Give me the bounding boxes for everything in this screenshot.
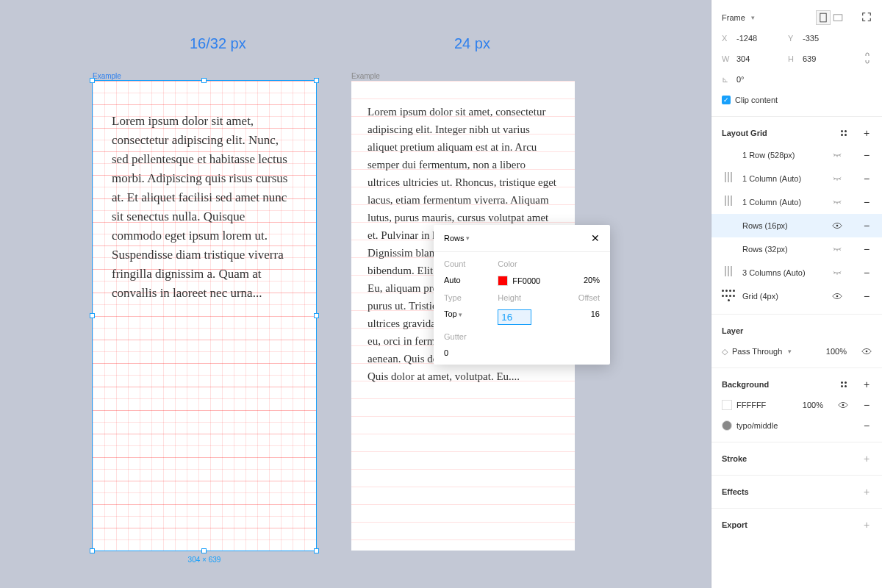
rotation-input[interactable]: 0° bbox=[736, 75, 745, 84]
add-effect-button[interactable] bbox=[861, 487, 872, 497]
style-name[interactable]: typo/middle bbox=[736, 421, 778, 430]
constrain-proportions-icon[interactable] bbox=[863, 52, 872, 65]
resize-handle[interactable] bbox=[201, 78, 207, 83]
remove-style-button[interactable] bbox=[861, 420, 872, 431]
grid-styles-icon[interactable] bbox=[841, 130, 847, 136]
grid-title-left: 16/32 px bbox=[190, 35, 246, 52]
svg-point-5 bbox=[842, 404, 845, 406]
add-export-button[interactable] bbox=[861, 520, 872, 530]
blend-mode-dropdown[interactable]: Pass Through bbox=[732, 347, 782, 356]
bg-styles-icon[interactable] bbox=[841, 381, 847, 387]
bg-swatch[interactable] bbox=[722, 400, 732, 410]
layer-title: Layer bbox=[722, 326, 743, 335]
frame-label-1[interactable]: Example bbox=[93, 72, 121, 80]
close-icon[interactable]: ✕ bbox=[591, 232, 600, 244]
add-grid-button[interactable] bbox=[861, 128, 872, 138]
resize-handle[interactable] bbox=[90, 313, 95, 318]
remove-grid-button[interactable] bbox=[861, 220, 872, 231]
eye-closed-icon[interactable] bbox=[832, 268, 842, 278]
eye-closed-icon[interactable] bbox=[832, 244, 842, 254]
clip-content-checkbox[interactable]: ✓ bbox=[722, 96, 731, 104]
layout-grid-item[interactable]: 1 Row (528px) bbox=[711, 143, 882, 167]
frame-orientation bbox=[816, 10, 845, 25]
resize-handle[interactable] bbox=[90, 548, 95, 553]
grid-color-hex[interactable]: FF0000 bbox=[512, 276, 540, 285]
bg-opacity-input[interactable]: 100% bbox=[803, 401, 823, 409]
layout-grid-item[interactable]: Rows (32px) bbox=[711, 237, 882, 261]
x-label: X bbox=[722, 34, 732, 43]
add-bg-button[interactable] bbox=[861, 379, 872, 390]
add-stroke-button[interactable] bbox=[861, 453, 872, 464]
h-input[interactable]: 639 bbox=[803, 54, 835, 63]
remove-grid-button[interactable] bbox=[861, 150, 872, 160]
layer-opacity-input[interactable]: 100% bbox=[826, 347, 847, 356]
count-input[interactable]: Auto bbox=[444, 276, 492, 286]
svg-point-2 bbox=[836, 225, 839, 227]
eye-closed-icon[interactable] bbox=[832, 150, 842, 160]
eye-closed-icon[interactable] bbox=[832, 197, 842, 207]
grid-item-label: 3 Columns (Auto) bbox=[742, 268, 825, 277]
frame-type-dropdown[interactable]: Frame bbox=[722, 13, 745, 22]
height-input[interactable] bbox=[498, 309, 531, 325]
w-input[interactable]: 304 bbox=[736, 54, 784, 63]
layout-grid-item[interactable]: 1 Column (Auto) bbox=[711, 167, 882, 190]
remove-bg-button[interactable] bbox=[861, 400, 872, 410]
chevron-down-icon: ▾ bbox=[466, 234, 470, 242]
chevron-down-icon: ▾ bbox=[788, 348, 792, 355]
eye-icon[interactable] bbox=[861, 346, 872, 356]
remove-grid-button[interactable] bbox=[861, 291, 872, 301]
offset-input[interactable]: 16 bbox=[552, 309, 600, 325]
columns-icon[interactable] bbox=[722, 266, 735, 279]
eye-icon[interactable] bbox=[832, 220, 842, 231]
eye-icon[interactable] bbox=[832, 291, 842, 301]
grid-color-opacity[interactable]: 20% bbox=[552, 276, 600, 286]
remove-grid-button[interactable] bbox=[861, 197, 872, 207]
portrait-button[interactable] bbox=[816, 10, 831, 25]
resize-handle[interactable] bbox=[314, 313, 319, 318]
landscape-button[interactable] bbox=[831, 10, 845, 25]
export-title: Export bbox=[722, 520, 747, 529]
frame-label-2[interactable]: Example bbox=[351, 72, 380, 80]
svg-point-3 bbox=[836, 295, 839, 298]
type-dropdown[interactable]: Top bbox=[444, 309, 457, 318]
h-label: H bbox=[788, 54, 798, 63]
gutter-label: Gutter bbox=[444, 332, 600, 341]
resize-handle[interactable] bbox=[314, 78, 319, 83]
inspector-panel: Frame ▾ X -1248 Y -335 W 304 H 639 ⊾ bbox=[711, 0, 882, 588]
rows-icon[interactable] bbox=[722, 243, 735, 256]
layout-grid-item[interactable]: 3 Columns (Auto) bbox=[711, 261, 882, 284]
style-swatch[interactable] bbox=[722, 420, 732, 431]
grid-color-swatch[interactable] bbox=[498, 276, 508, 286]
remove-grid-button[interactable] bbox=[861, 268, 872, 278]
eye-closed-icon[interactable] bbox=[832, 173, 842, 184]
svg-rect-1 bbox=[833, 15, 842, 21]
layout-grid-item[interactable]: 1 Column (Auto) bbox=[711, 190, 882, 214]
rows-icon[interactable] bbox=[722, 219, 735, 232]
gutter-input[interactable]: 0 bbox=[444, 348, 600, 357]
layout-grid-item[interactable]: Rows (16px) bbox=[711, 214, 882, 237]
popup-title[interactable]: Rows bbox=[444, 234, 465, 243]
columns-icon[interactable] bbox=[722, 196, 735, 209]
blend-mode-icon: ◇ bbox=[722, 347, 728, 356]
type-label: Type bbox=[444, 293, 492, 302]
grid-item-label: 1 Row (528px) bbox=[742, 151, 825, 159]
resize-handle[interactable] bbox=[201, 548, 207, 553]
grid-icon[interactable] bbox=[722, 290, 735, 303]
grid-item-label: Rows (32px) bbox=[742, 245, 825, 254]
resize-handle[interactable] bbox=[90, 78, 95, 83]
x-input[interactable]: -1248 bbox=[736, 34, 784, 43]
remove-grid-button[interactable] bbox=[861, 173, 872, 184]
grid-item-label: 1 Column (Auto) bbox=[742, 198, 825, 207]
height-label: Height bbox=[498, 293, 545, 302]
y-input[interactable]: -335 bbox=[803, 34, 819, 43]
chevron-down-icon: ▾ bbox=[751, 14, 755, 21]
rows-icon[interactable] bbox=[722, 148, 735, 162]
columns-icon[interactable] bbox=[722, 172, 735, 185]
resize-to-fit-icon[interactable] bbox=[861, 12, 872, 24]
frame-example-1[interactable]: Lorem ipsum dolor sit amet, consectetur … bbox=[93, 81, 316, 551]
eye-icon[interactable] bbox=[838, 400, 848, 410]
layout-grid-item[interactable]: Grid (4px) bbox=[711, 284, 882, 308]
remove-grid-button[interactable] bbox=[861, 244, 872, 254]
resize-handle[interactable] bbox=[314, 548, 319, 553]
bg-hex-input[interactable]: FFFFFF bbox=[736, 401, 766, 409]
